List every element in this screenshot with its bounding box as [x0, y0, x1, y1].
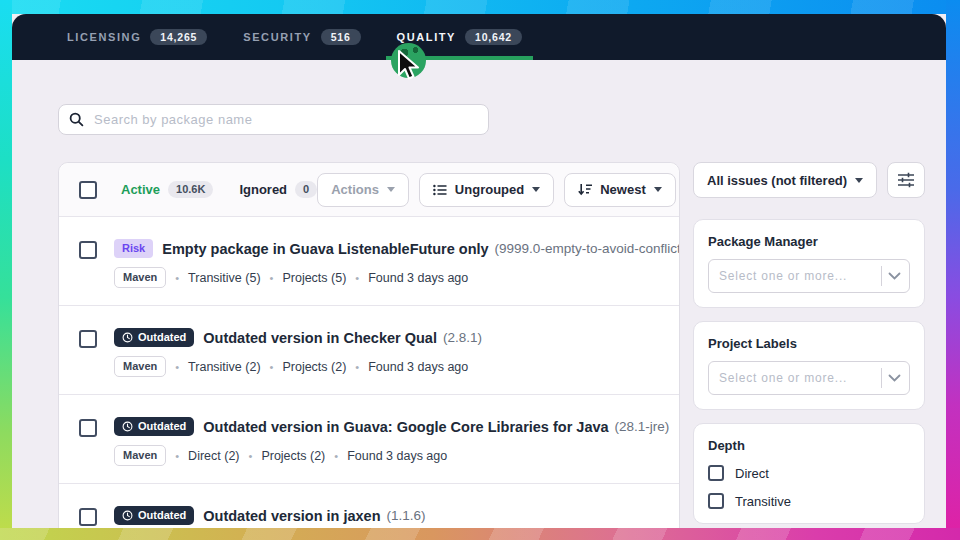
row-checkbox[interactable] [79, 330, 97, 348]
project-labels-filter-card: Project Labels Select one or more... [693, 321, 925, 410]
gradient-frame-bottom [0, 528, 960, 540]
search-icon [69, 112, 84, 127]
issue-title: Outdated version in Guava: Google Core L… [203, 419, 608, 435]
top-navbar: LICENSING 14,265 SECURITY 516 QUALITY 10… [12, 14, 946, 60]
divider [881, 368, 882, 388]
issue-projects-meta: Projects (2) [240, 449, 326, 463]
actions-dropdown-button[interactable]: Actions [317, 173, 409, 207]
divider [881, 266, 882, 286]
issue-scope-dropdown[interactable]: All issues (not filtered) [693, 162, 877, 198]
chevron-down-icon [888, 272, 901, 280]
mouse-cursor-icon [396, 50, 423, 82]
direct-label: Direct [735, 466, 769, 481]
row-checkbox[interactable] [79, 508, 97, 526]
app-window: LICENSING 14,265 SECURITY 516 QUALITY 10… [12, 14, 946, 528]
direct-checkbox[interactable] [708, 465, 724, 481]
sort-dropdown-button[interactable]: Newest [564, 173, 676, 207]
issue-version: (28.1-jre) [615, 419, 670, 434]
filters-sidebar: All issues (not filtered) Package Manage… [693, 162, 925, 528]
issue-title: Outdated version in jaxen [203, 508, 380, 524]
issue-title: Outdated version in Checker Qual [203, 330, 437, 346]
depth-direct-option[interactable]: Direct [708, 465, 910, 481]
tab-licensing-label: LICENSING [67, 31, 141, 43]
issue-depth-meta: Transitive (5) [166, 271, 260, 285]
sort-label: Newest [600, 182, 646, 197]
issue-scope-label: All issues (not filtered) [707, 173, 847, 188]
package-manager-filter-card: Package Manager Select one or more... [693, 219, 925, 308]
package-search-bar [58, 104, 489, 135]
active-label: Active [121, 182, 160, 197]
risk-badge: Risk [114, 239, 153, 258]
issue-found-meta: Found 3 days ago [346, 360, 468, 374]
actions-label: Actions [331, 182, 379, 197]
depth-label: Depth [708, 438, 910, 453]
select-all-checkbox[interactable] [79, 181, 97, 199]
grouping-dropdown-button[interactable]: Ungrouped [419, 173, 554, 207]
depth-transitive-option[interactable]: Transitive [708, 493, 910, 509]
issue-row[interactable]: Outdated Outdated version in Checker Qua… [59, 306, 679, 395]
tab-licensing-count-badge: 14,265 [150, 29, 207, 46]
package-manager-label: Package Manager [708, 234, 910, 249]
transitive-label: Transitive [735, 494, 791, 509]
package-manager-tag: Maven [114, 356, 166, 377]
gradient-frame-right [946, 0, 960, 540]
issue-row[interactable]: Risk Empty package in Guava ListenableFu… [59, 217, 679, 306]
chevron-down-icon [654, 187, 662, 192]
package-manager-tag: Maven [114, 445, 166, 466]
chevron-down-icon [532, 187, 540, 192]
issue-version: (1.1.6) [387, 508, 426, 523]
depth-filter-card: Depth Direct Transitive [693, 423, 925, 524]
tab-security-label: SECURITY [243, 31, 311, 43]
row-checkbox[interactable] [79, 241, 97, 259]
list-group-icon [433, 184, 447, 196]
issue-projects-meta: Projects (2) [261, 360, 347, 374]
project-labels-select[interactable]: Select one or more... [708, 361, 910, 395]
chevron-down-icon [888, 374, 901, 382]
issue-row[interactable]: Outdated Outdated version in Guava: Goog… [59, 395, 679, 484]
tab-licensing[interactable]: LICENSING 14,265 [56, 14, 218, 60]
active-filter-toggle[interactable]: Active 10.6K [121, 181, 213, 198]
tab-security[interactable]: SECURITY 516 [232, 14, 371, 60]
tab-security-count-badge: 516 [321, 29, 361, 46]
package-manager-placeholder: Select one or more... [719, 269, 881, 283]
package-manager-tag: Maven [114, 267, 166, 288]
search-input[interactable] [92, 111, 478, 128]
outdated-badge: Outdated [114, 506, 194, 525]
issue-row[interactable]: Outdated Outdated version in jaxen (1.1.… [59, 484, 679, 528]
ignored-count-badge: 0 [295, 181, 317, 198]
project-labels-placeholder: Select one or more... [719, 371, 881, 385]
clock-icon [122, 510, 133, 521]
active-count-badge: 10.6K [168, 181, 213, 198]
issues-list-panel: Active 10.6K Ignored 0 Actions Ungrouped [58, 162, 680, 528]
issue-version: (2.8.1) [443, 330, 482, 345]
sliders-icon [897, 172, 915, 188]
project-labels-label: Project Labels [708, 336, 910, 351]
clock-icon [122, 421, 133, 432]
issue-title: Empty package in Guava ListenableFuture … [162, 241, 488, 257]
grouping-label: Ungrouped [455, 182, 524, 197]
ignored-label: Ignored [239, 182, 287, 197]
issue-version: (9999.0-empty-to-avoid-conflict-with-gua… [495, 241, 679, 256]
chevron-down-icon [387, 187, 395, 192]
clock-icon [122, 332, 133, 343]
issue-depth-meta: Transitive (2) [166, 360, 260, 374]
outdated-badge: Outdated [114, 417, 194, 436]
filter-settings-button[interactable] [887, 162, 925, 198]
chevron-down-icon [855, 178, 863, 183]
ignored-filter-toggle[interactable]: Ignored 0 [239, 181, 317, 198]
issue-found-meta: Found 3 days ago [346, 271, 468, 285]
issue-projects-meta: Projects (5) [261, 271, 347, 285]
package-manager-select[interactable]: Select one or more... [708, 259, 910, 293]
issue-found-meta: Found 3 days ago [325, 449, 447, 463]
row-checkbox[interactable] [79, 419, 97, 437]
tab-quality-count-badge: 10,642 [465, 29, 522, 46]
sort-descending-icon [578, 183, 592, 196]
tab-quality-label: QUALITY [397, 31, 456, 43]
gradient-frame-top [0, 0, 960, 14]
issue-depth-meta: Direct (2) [166, 449, 239, 463]
list-header: Active 10.6K Ignored 0 Actions Ungrouped [59, 163, 679, 217]
transitive-checkbox[interactable] [708, 493, 724, 509]
outdated-badge: Outdated [114, 328, 194, 347]
gradient-frame-left [0, 0, 12, 540]
